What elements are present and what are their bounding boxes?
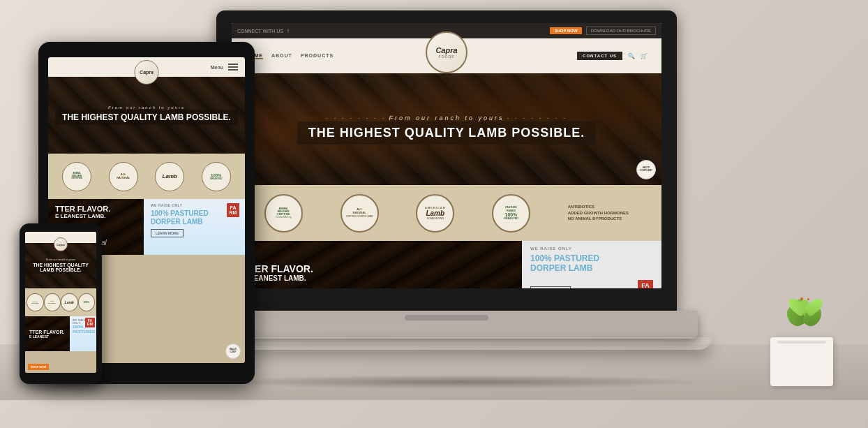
lean-text: E LEANEST LAMB. bbox=[243, 274, 511, 282]
hamburger-line-3 bbox=[228, 69, 238, 71]
nav-right: CONTACT US 🔍 🛒 bbox=[577, 52, 648, 60]
tablet-learn-more[interactable]: LEARN MORE bbox=[151, 229, 184, 237]
phone-grass-badge: 100% bbox=[78, 293, 96, 311]
brochure-button[interactable]: DOWNLOAD OUR BROCHURE bbox=[586, 27, 656, 35]
tablet-haccp-badge: HACCPCOMP bbox=[225, 344, 241, 359]
pastured-text: 100% PASTURED DORPER LAMB bbox=[530, 253, 653, 274]
badge-pasture: PASTURERAISED 100% GRASS FED bbox=[492, 194, 530, 233]
natural-label: ALLNATURAL bbox=[353, 208, 366, 215]
search-icon[interactable]: 🔍 bbox=[628, 53, 635, 59]
hero-title: THE HIGHEST QUALITY LAMB POSSIBLE. bbox=[297, 121, 597, 145]
phone-shop-now[interactable]: SHOP NOW bbox=[28, 364, 49, 370]
plant-decoration bbox=[756, 281, 847, 386]
laptop-device: CONNECT WITH US f SHOP NOW DOWNLOAD OUR … bbox=[216, 10, 719, 388]
phone-flavor-text: TTER FLAVOR. bbox=[29, 330, 66, 334]
phone-welfare-badge: ANIMALWELFARE bbox=[27, 293, 44, 311]
phone-welfare-label: ANIMALWELFARE bbox=[31, 301, 38, 304]
badge-natural: ALLNATURAL CERTIFIED DORPER LAMB bbox=[341, 194, 379, 233]
tablet-nav: Capra Menu bbox=[48, 57, 245, 77]
shop-now-button[interactable]: SHOP NOW bbox=[550, 27, 581, 34]
plant-pot bbox=[770, 337, 833, 386]
welfare-badge-circle: ANIMALWELFARECERTIFIED CertifiedGAP.org bbox=[264, 194, 303, 233]
natural-sub: CERTIFIED DORPER LAMB bbox=[346, 215, 373, 218]
antibiotic-line2: ADDED GROWTH HORMONES bbox=[568, 210, 629, 216]
haccp-badge: HACCPCOMPLIANT bbox=[636, 160, 656, 179]
pasture-badge-circle: PASTURERAISED 100% GRASS FED bbox=[492, 194, 530, 233]
phone-website: Capra From our ranch to yours THE HIGHES… bbox=[25, 232, 96, 373]
plant-container bbox=[756, 281, 847, 386]
tablet-natural-badge: ALLNATURAL bbox=[109, 162, 138, 191]
phone-natural-badge: ALLNATURAL bbox=[44, 293, 61, 311]
tablet-welfare-badge: ANIMALWELFARECERTIFIED bbox=[62, 162, 91, 191]
antibiotic-line3: NO ANIMAL BYPRODUCTS bbox=[568, 216, 629, 221]
homegrown-label: HOMEGROWN bbox=[427, 217, 444, 220]
tablet-flavor-text: TTER FLAVOR. bbox=[55, 205, 137, 213]
welfare-label: ANIMALWELFARECERTIFIED bbox=[277, 207, 290, 216]
antibiotics-text: ANTIBIOTICS ADDED GROWTH HORMONES NO ANI… bbox=[568, 204, 629, 221]
tablet-pastured-text: 100% PASTURED DORPER LAMB bbox=[151, 209, 238, 226]
cart-icon[interactable]: 🛒 bbox=[641, 53, 648, 59]
tablet-grass-badge: 100% GRASS FED bbox=[202, 162, 231, 191]
laptop-screen: CONNECT WITH US f SHOP NOW DOWNLOAD OUR … bbox=[232, 23, 661, 288]
site-logo: Capra FOODS bbox=[426, 31, 467, 73]
hundred-label: 100% bbox=[505, 212, 518, 217]
phone-lamb-badge: Lamb bbox=[61, 293, 78, 311]
hero-subtitle: From our ranch to yours bbox=[323, 115, 570, 121]
facebook-icon: f bbox=[287, 29, 289, 34]
tablet-badges: ANIMALWELFARECERTIFIED ALLNATURAL Lamb 1… bbox=[48, 154, 245, 199]
antibiotic-line1: ANTIBIOTICS bbox=[568, 204, 629, 209]
laptop-keyboard bbox=[195, 311, 698, 339]
phone-logo: Capra bbox=[54, 237, 68, 251]
tablet-lean-text: E LEANEST LAMB. bbox=[55, 213, 137, 219]
tablet-lamb-badge: Lamb bbox=[155, 162, 184, 191]
lamb-label: Lamb bbox=[426, 209, 444, 217]
tablet-hero: From our ranch to yours THE HIGHEST QUAL… bbox=[48, 77, 245, 154]
phone-screen: Capra From our ranch to yours THE HIGHES… bbox=[25, 232, 96, 373]
phone-bezel: Capra From our ranch to yours THE HIGHES… bbox=[20, 223, 102, 384]
phone-lower-right: WE RAISE ONLY 100% PASTURED FARM bbox=[70, 316, 96, 351]
pot-rim bbox=[777, 341, 826, 344]
tablet-lower-right: WE RAISE ONLY 100% PASTURED DORPER LAMB … bbox=[144, 199, 245, 255]
laptop-website: CONNECT WITH US f SHOP NOW DOWNLOAD OUR … bbox=[232, 23, 661, 288]
phone-badges: ANIMALWELFARE ALLNATURAL Lamb 100% bbox=[25, 288, 96, 316]
logo-sub: FOODS bbox=[439, 54, 455, 59]
tablet-raise-label: WE RAISE ONLY bbox=[151, 203, 238, 207]
lower-right: WE RAISE ONLY 100% PASTURED DORPER LAMB … bbox=[522, 241, 661, 288]
hamburger-icon[interactable] bbox=[228, 64, 238, 71]
learn-more-button[interactable]: LEARN MORE bbox=[530, 286, 571, 288]
tablet-logo: Capra bbox=[135, 60, 159, 84]
antibiotics-item: ANTIBIOTICS ADDED GROWTH HORMONES NO ANI… bbox=[568, 204, 629, 221]
laptop-bezel: CONNECT WITH US f SHOP NOW DOWNLOAD OUR … bbox=[216, 10, 677, 311]
nav-about[interactable]: ABOUT bbox=[271, 53, 292, 59]
tablet-natural-label: ALLNATURAL bbox=[117, 173, 130, 180]
farm-badge: FARM bbox=[638, 280, 653, 288]
lower-left: TTER FLAVOR. E LEANEST LAMB. bbox=[232, 241, 522, 288]
phone-lower: TTER FLAVOR. E LEANEST WE RAISE ONLY 100… bbox=[25, 316, 96, 351]
hamburger-line-2 bbox=[228, 66, 238, 68]
site-hero: From our ranch to yours THE HIGHEST QUAL… bbox=[232, 73, 661, 185]
tablet-farm-badge: FARM bbox=[227, 203, 239, 217]
pastured-line1: 100% PASTURED bbox=[530, 253, 599, 263]
phone-farm-badge: FARM bbox=[85, 318, 95, 327]
nav-products[interactable]: PRODUCTS bbox=[301, 53, 334, 59]
site-nav: HOME ABOUT PRODUCTS Capra FOODS CONTACT … bbox=[232, 38, 661, 73]
nav-links: HOME ABOUT PRODUCTS bbox=[246, 53, 334, 59]
hamburger-line-1 bbox=[228, 64, 238, 65]
certified-url: CertifiedGAP.org bbox=[276, 216, 291, 219]
badge-welfare: ANIMALWELFARECERTIFIED CertifiedGAP.org bbox=[264, 194, 303, 233]
tablet-welfare-label: ANIMALWELFARECERTIFIED bbox=[71, 172, 82, 180]
dorper-line: DORPER LAMB bbox=[530, 263, 592, 273]
lamb-badge-circle: AMERICAN Lamb HOMEGROWN bbox=[416, 194, 454, 233]
phone-hundred-label: 100% bbox=[83, 301, 89, 304]
tablet-menu: Menu bbox=[211, 64, 238, 71]
flavor-text: TTER FLAVOR. bbox=[243, 263, 511, 274]
contact-button[interactable]: CONTACT US bbox=[577, 52, 622, 60]
phone-device: Capra From our ranch to yours THE HIGHES… bbox=[20, 223, 102, 384]
raise-only-label: WE RAISE ONLY bbox=[530, 246, 653, 251]
tablet-lamb-label: Lamb bbox=[163, 173, 177, 179]
topbar-left: CONNECT WITH US f bbox=[237, 29, 289, 34]
haccp-text: HACCPCOMPLIANT bbox=[640, 167, 652, 172]
pasture-label: PASTURERAISED bbox=[505, 206, 516, 212]
natural-badge-circle: ALLNATURAL CERTIFIED DORPER LAMB bbox=[341, 194, 379, 233]
tablet-hero-title: THE HIGHEST QUALITY LAMB POSSIBLE. bbox=[55, 110, 238, 125]
